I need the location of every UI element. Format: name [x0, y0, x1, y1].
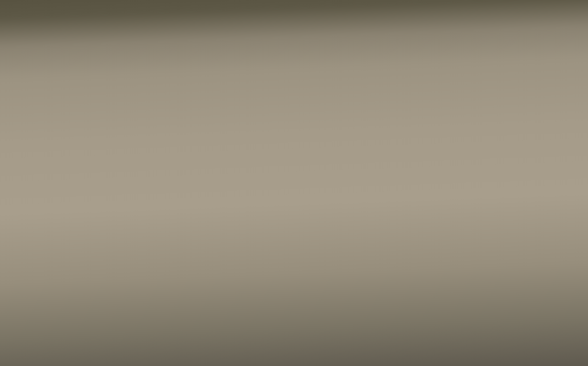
- passthrough-background: [0, 0, 588, 366]
- room-wall: [0, 0, 588, 366]
